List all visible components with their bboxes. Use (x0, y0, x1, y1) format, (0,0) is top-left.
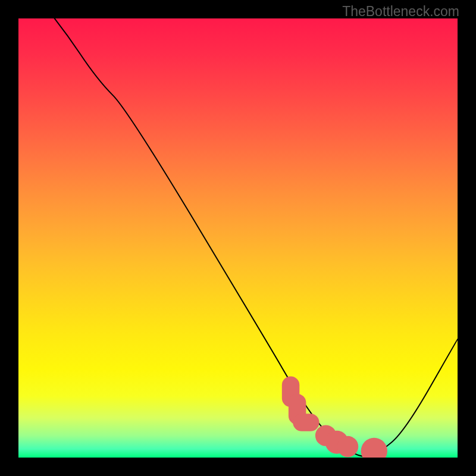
marker-dot (337, 436, 358, 457)
marker-dot (361, 438, 387, 458)
marker-pill (293, 414, 319, 431)
chart-svg (18, 18, 458, 458)
marker-group (282, 376, 387, 458)
curve-line (18, 18, 458, 456)
plot-area (18, 18, 458, 458)
watermark-text: TheBottleneck.com (342, 4, 459, 20)
